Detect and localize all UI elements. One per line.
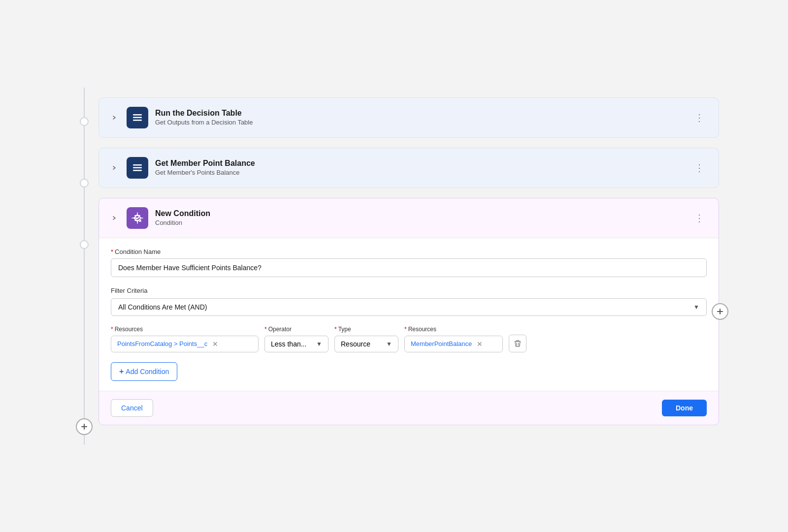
add-condition-button[interactable]: + Add Condition [111,362,177,381]
required-star-2: * [111,326,113,333]
filter-criteria-dropdown[interactable]: All Conditions Are Met (AND) ▼ [111,298,707,316]
svg-rect-0 [133,114,142,116]
member-balance-chevron[interactable] [109,162,120,173]
delete-condition-button[interactable] [509,335,526,352]
member-balance-icon [127,157,148,179]
action-bar: Cancel Done [99,391,719,425]
add-condition-label: Add Condition [126,368,169,376]
operator-select[interactable]: Less than... ▼ [264,336,328,352]
member-balance-subtitle: Get Member's Points Balance [155,169,684,176]
add-bottom-button[interactable] [76,418,93,435]
resources2-field: *Resources MemberPointBalance ✕ [404,326,503,352]
condition-body: *Condition Name Filter Criteria All Cond… [99,238,719,391]
operator-label: *Operator [264,326,328,333]
resources2-label: *Resources [404,326,503,333]
member-balance-title-group: Get Member Point Balance Get Member's Po… [155,159,684,176]
filter-criteria-section: Filter Criteria All Conditions Are Met (… [111,287,707,316]
operator-arrow-icon: ▼ [316,341,322,347]
svg-rect-2 [133,120,142,121]
done-button[interactable]: Done [662,400,707,416]
filter-criteria-label: Filter Criteria [111,287,707,294]
new-condition-chevron[interactable] [109,213,120,223]
add-condition-plus-icon: + [119,367,124,376]
filter-criteria-arrow-icon: ▼ [693,304,699,311]
type-arrow-icon: ▼ [386,341,392,347]
new-condition-icon [127,207,148,229]
new-condition-card: New Condition Condition ⋮ *Condition Nam… [98,198,719,425]
decision-table-icon [127,107,148,128]
condition-name-label: *Condition Name [111,248,707,255]
operator-field: *Operator Less than... ▼ [264,326,328,352]
type-label: *Type [334,326,398,333]
type-select[interactable]: Resource ▼ [334,336,398,352]
decision-table-menu[interactable]: ⋮ [690,110,709,125]
required-star-3: * [264,326,267,333]
flow-dot-3 [80,240,89,249]
resources-tag-close-icon[interactable]: ✕ [212,340,218,348]
resources-field: *Resources PointsFromCatalog > Points__c… [111,326,259,352]
resources2-tag-close-icon[interactable]: ✕ [477,340,483,348]
svg-rect-5 [133,170,142,171]
svg-rect-4 [133,167,142,168]
member-balance-card-header: Get Member Point Balance Get Member's Po… [99,148,719,188]
required-star-4: * [334,326,337,333]
decision-table-card: Run the Decision Table Get Outputs from … [98,97,719,138]
member-balance-title: Get Member Point Balance [155,159,684,168]
member-balance-menu[interactable]: ⋮ [690,160,709,176]
resources-tag-input[interactable]: PointsFromCatalog > Points__c ✕ [111,336,259,352]
new-condition-menu[interactable]: ⋮ [690,210,709,226]
required-star-1: * [111,248,113,255]
type-value: Resource [341,340,370,348]
resources2-tag-input[interactable]: MemberPointBalance ✕ [404,336,503,352]
decision-table-card-header: Run the Decision Table Get Outputs from … [99,98,719,137]
resources-label: *Resources [111,326,259,333]
required-star-5: * [404,326,407,333]
flow-dot-1 [80,117,89,126]
member-balance-card: Get Member Point Balance Get Member's Po… [98,148,719,188]
new-condition-card-header: New Condition Condition ⋮ [99,198,719,238]
resources-tag-value: PointsFromCatalog > Points__c [117,340,207,347]
svg-rect-3 [133,164,142,166]
decision-table-chevron[interactable] [109,112,120,123]
decision-table-title: Run the Decision Table [155,109,684,118]
type-field: *Type Resource ▼ [334,326,398,352]
filter-criteria-value: All Conditions Are Met (AND) [118,303,207,311]
svg-rect-1 [133,117,142,118]
resources2-tag-value: MemberPointBalance [411,340,472,347]
flow-line [84,88,85,445]
new-condition-subtitle: Condition [155,219,684,226]
operator-value: Less than... [271,340,306,348]
decision-table-subtitle: Get Outputs from a Decision Table [155,119,684,126]
cancel-button[interactable]: Cancel [111,399,153,417]
new-condition-title-group: New Condition Condition [155,209,684,226]
decision-table-title-group: Run the Decision Table Get Outputs from … [155,109,684,126]
add-right-button[interactable] [712,303,728,320]
new-condition-title: New Condition [155,209,684,218]
row-conditions: *Resources PointsFromCatalog > Points__c… [111,326,707,352]
condition-name-input[interactable] [111,258,707,277]
flow-dot-2 [80,179,89,188]
